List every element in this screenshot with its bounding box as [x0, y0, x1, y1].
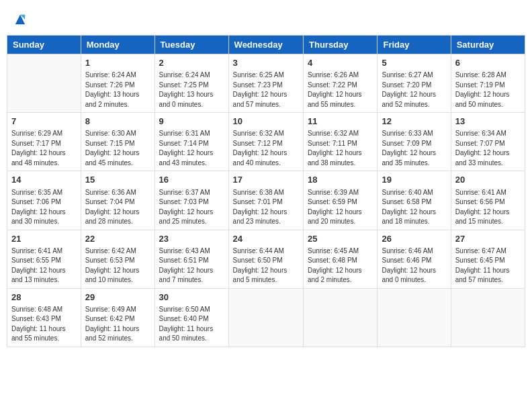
calendar-cell: 28Sunrise: 6:48 AMSunset: 6:43 PMDayligh… [7, 288, 81, 347]
calendar-week-row: 7Sunrise: 6:29 AMSunset: 7:17 PMDaylight… [7, 113, 525, 171]
day-info: Sunrise: 6:24 AMSunset: 7:25 PMDaylight:… [159, 71, 224, 109]
calendar-week-row: 14Sunrise: 6:35 AMSunset: 7:06 PMDayligh… [7, 171, 525, 230]
day-number: 13 [455, 116, 521, 128]
calendar-week-row: 1Sunrise: 6:24 AMSunset: 7:26 PMDaylight… [7, 54, 525, 113]
day-info: Sunrise: 6:37 AMSunset: 7:03 PMDaylight:… [159, 188, 224, 227]
calendar-cell: 10Sunrise: 6:32 AMSunset: 7:12 PMDayligh… [228, 113, 303, 171]
column-header-tuesday: Tuesday [154, 36, 228, 54]
day-info: Sunrise: 6:26 AMSunset: 7:22 PMDaylight:… [308, 71, 373, 109]
day-info: Sunrise: 6:39 AMSunset: 6:59 PMDaylight:… [308, 188, 373, 227]
day-number: 21 [11, 233, 77, 245]
day-number: 6 [455, 57, 521, 69]
calendar-cell: 12Sunrise: 6:33 AMSunset: 7:09 PMDayligh… [378, 113, 451, 171]
calendar-cell: 19Sunrise: 6:40 AMSunset: 6:58 PMDayligh… [378, 171, 451, 230]
calendar-cell: 26Sunrise: 6:46 AMSunset: 6:46 PMDayligh… [378, 230, 451, 288]
calendar-cell: 3Sunrise: 6:25 AMSunset: 7:23 PMDaylight… [228, 54, 303, 113]
calendar-cell [228, 288, 303, 347]
day-number: 23 [159, 233, 224, 245]
calendar-cell: 25Sunrise: 6:45 AMSunset: 6:48 PMDayligh… [304, 230, 378, 288]
calendar-cell: 6Sunrise: 6:28 AMSunset: 7:19 PMDaylight… [451, 54, 525, 113]
column-header-wednesday: Wednesday [228, 36, 303, 54]
day-info: Sunrise: 6:42 AMSunset: 6:53 PMDaylight:… [85, 246, 150, 285]
calendar-cell: 29Sunrise: 6:49 AMSunset: 6:42 PMDayligh… [81, 288, 154, 347]
calendar-cell: 23Sunrise: 6:43 AMSunset: 6:51 PMDayligh… [154, 230, 228, 288]
calendar-cell: 7Sunrise: 6:29 AMSunset: 7:17 PMDaylight… [7, 113, 81, 171]
calendar-cell: 2Sunrise: 6:24 AMSunset: 7:25 PMDaylight… [154, 54, 228, 113]
day-info: Sunrise: 6:38 AMSunset: 7:01 PMDaylight:… [233, 188, 299, 227]
day-number: 19 [382, 174, 446, 186]
day-info: Sunrise: 6:34 AMSunset: 7:07 PMDaylight:… [455, 129, 521, 168]
day-number: 7 [11, 116, 77, 128]
day-number: 11 [308, 116, 373, 128]
day-number: 30 [159, 291, 224, 304]
day-info: Sunrise: 6:25 AMSunset: 7:23 PMDaylight:… [233, 71, 299, 109]
day-number: 8 [85, 116, 150, 128]
day-number: 24 [233, 233, 299, 245]
day-number: 12 [382, 116, 446, 128]
day-number: 14 [11, 174, 77, 186]
column-header-thursday: Thursday [304, 36, 378, 54]
day-number: 17 [233, 174, 299, 186]
day-info: Sunrise: 6:28 AMSunset: 7:19 PMDaylight:… [455, 71, 521, 109]
day-info: Sunrise: 6:29 AMSunset: 7:17 PMDaylight:… [11, 129, 77, 168]
day-number: 4 [308, 57, 373, 69]
calendar-cell: 30Sunrise: 6:50 AMSunset: 6:40 PMDayligh… [154, 288, 228, 347]
calendar-cell: 4Sunrise: 6:26 AMSunset: 7:22 PMDaylight… [304, 54, 378, 113]
calendar-week-row: 28Sunrise: 6:48 AMSunset: 6:43 PMDayligh… [7, 288, 525, 347]
day-number: 5 [382, 57, 446, 69]
calendar-cell: 13Sunrise: 6:34 AMSunset: 7:07 PMDayligh… [451, 113, 525, 171]
day-info: Sunrise: 6:32 AMSunset: 7:11 PMDaylight:… [308, 129, 373, 168]
day-number: 16 [159, 174, 224, 186]
calendar-cell: 21Sunrise: 6:41 AMSunset: 6:55 PMDayligh… [7, 230, 81, 288]
day-number: 26 [382, 233, 446, 245]
calendar-week-row: 21Sunrise: 6:41 AMSunset: 6:55 PMDayligh… [7, 230, 525, 288]
day-info: Sunrise: 6:41 AMSunset: 6:56 PMDaylight:… [455, 188, 521, 227]
day-info: Sunrise: 6:31 AMSunset: 7:14 PMDaylight:… [159, 129, 224, 168]
day-info: Sunrise: 6:48 AMSunset: 6:43 PMDaylight:… [11, 305, 77, 344]
day-info: Sunrise: 6:30 AMSunset: 7:15 PMDaylight:… [85, 129, 150, 168]
column-header-friday: Friday [378, 36, 451, 54]
day-info: Sunrise: 6:46 AMSunset: 6:46 PMDaylight:… [382, 246, 446, 285]
calendar-cell [378, 288, 451, 347]
day-info: Sunrise: 6:36 AMSunset: 7:04 PMDaylight:… [85, 188, 150, 227]
calendar-header-row: SundayMondayTuesdayWednesdayThursdayFrid… [7, 36, 525, 54]
calendar-cell [451, 288, 525, 347]
day-info: Sunrise: 6:32 AMSunset: 7:12 PMDaylight:… [233, 129, 299, 168]
calendar-cell: 1Sunrise: 6:24 AMSunset: 7:26 PMDaylight… [81, 54, 154, 113]
day-number: 1 [85, 57, 150, 69]
logo [13, 13, 26, 28]
day-number: 29 [85, 291, 150, 304]
day-info: Sunrise: 6:43 AMSunset: 6:51 PMDaylight:… [159, 246, 224, 285]
day-number: 18 [308, 174, 373, 186]
logo-icon [14, 13, 26, 26]
day-number: 15 [85, 174, 150, 186]
column-header-sunday: Sunday [7, 36, 81, 54]
calendar-cell: 5Sunrise: 6:27 AMSunset: 7:20 PMDaylight… [378, 54, 451, 113]
calendar-cell [304, 288, 378, 347]
calendar-cell: 9Sunrise: 6:31 AMSunset: 7:14 PMDaylight… [154, 113, 228, 171]
calendar-cell: 27Sunrise: 6:47 AMSunset: 6:45 PMDayligh… [451, 230, 525, 288]
calendar-cell: 16Sunrise: 6:37 AMSunset: 7:03 PMDayligh… [154, 171, 228, 230]
day-info: Sunrise: 6:45 AMSunset: 6:48 PMDaylight:… [308, 246, 373, 285]
day-info: Sunrise: 6:44 AMSunset: 6:50 PMDaylight:… [233, 246, 299, 285]
day-number: 3 [233, 57, 299, 69]
day-number: 10 [233, 116, 299, 128]
day-info: Sunrise: 6:33 AMSunset: 7:09 PMDaylight:… [382, 129, 446, 168]
calendar-cell: 22Sunrise: 6:42 AMSunset: 6:53 PMDayligh… [81, 230, 154, 288]
calendar-cell: 20Sunrise: 6:41 AMSunset: 6:56 PMDayligh… [451, 171, 525, 230]
day-info: Sunrise: 6:41 AMSunset: 6:55 PMDaylight:… [11, 246, 77, 285]
day-number: 22 [85, 233, 150, 245]
column-header-monday: Monday [81, 36, 154, 54]
day-number: 2 [159, 57, 224, 69]
day-number: 9 [159, 116, 224, 128]
day-info: Sunrise: 6:35 AMSunset: 7:06 PMDaylight:… [11, 188, 77, 227]
day-number: 25 [308, 233, 373, 245]
day-info: Sunrise: 6:47 AMSunset: 6:45 PMDaylight:… [455, 246, 521, 285]
calendar-cell: 14Sunrise: 6:35 AMSunset: 7:06 PMDayligh… [7, 171, 81, 230]
day-info: Sunrise: 6:40 AMSunset: 6:58 PMDaylight:… [382, 188, 446, 227]
calendar-cell: 11Sunrise: 6:32 AMSunset: 7:11 PMDayligh… [304, 113, 378, 171]
day-info: Sunrise: 6:27 AMSunset: 7:20 PMDaylight:… [382, 71, 446, 109]
calendar-cell [7, 54, 81, 113]
calendar-cell: 17Sunrise: 6:38 AMSunset: 7:01 PMDayligh… [228, 171, 303, 230]
day-number: 28 [11, 291, 77, 304]
